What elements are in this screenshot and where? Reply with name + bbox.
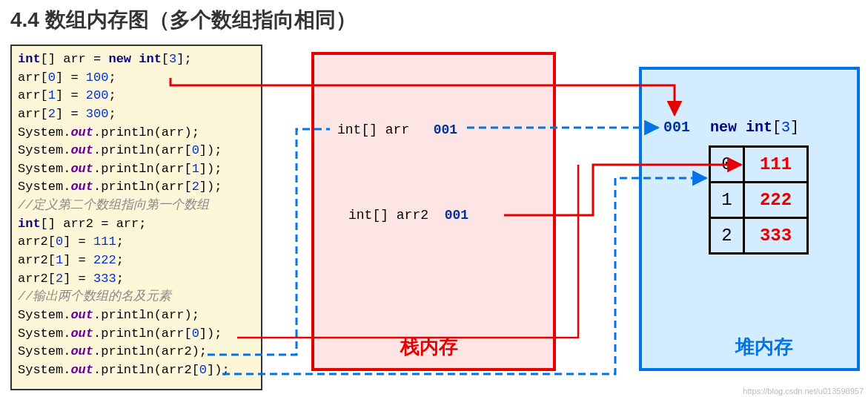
heap-array-table: 0111 1222 2333 xyxy=(709,145,809,255)
table-row: 1222 xyxy=(710,183,808,218)
heap-declaration: new int[3] xyxy=(710,119,799,136)
watermark: https://blog.csdn.net/u013598957 xyxy=(743,387,864,396)
table-row: 0111 xyxy=(710,147,808,183)
heap-label: 堆内存 xyxy=(735,334,793,360)
stack-var-arr: int[] arr 001 xyxy=(337,122,457,137)
code-block: int[] arr = new int[3]; arr[0] = 100; ar… xyxy=(10,45,262,390)
section-title: 4.4 数组内存图（多个数组指向相同） xyxy=(10,6,357,34)
stack-label: 栈内存 xyxy=(400,334,458,360)
table-row: 2333 xyxy=(710,218,808,254)
heap-address: 001 xyxy=(663,119,690,136)
stack-var-arr2: int[] arr2 001 xyxy=(348,208,468,223)
